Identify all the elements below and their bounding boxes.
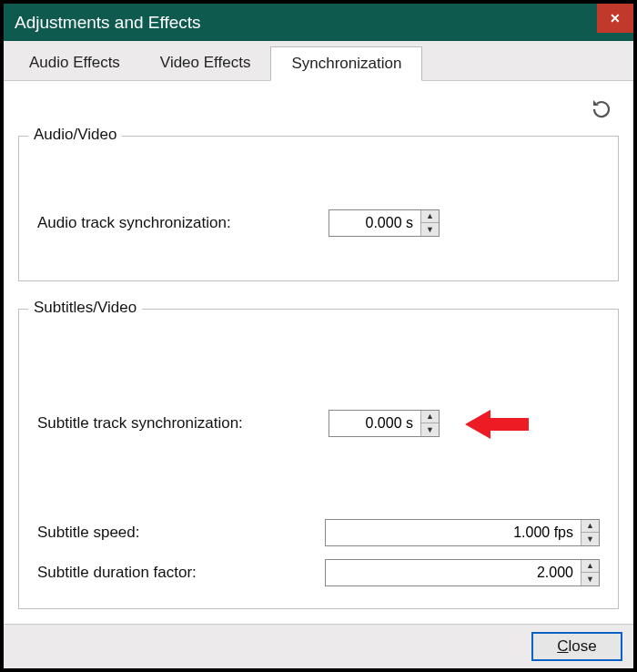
svg-marker-0 — [465, 410, 529, 439]
tab-strip: Audio Effects Video Effects Synchronizat… — [4, 41, 633, 80]
groupbox-subtitles-video: Subtitles/Video Subtitle track synchroni… — [18, 309, 619, 609]
label-subtitle-speed: Subtitle speed: — [37, 524, 325, 542]
groupbox-audio-video: Audio/Video Audio track synchronization:… — [18, 136, 619, 281]
spinner-subtitle-duration-factor[interactable]: ▲ ▼ — [325, 559, 600, 586]
spin-down-icon[interactable]: ▼ — [581, 533, 599, 545]
tab-synchronization[interactable]: Synchronization — [270, 46, 422, 81]
input-subtitle-track-sync[interactable] — [329, 411, 420, 436]
close-button[interactable]: Close — [531, 632, 622, 661]
annotation-arrow — [465, 406, 529, 443]
spin-up-icon[interactable]: ▲ — [421, 210, 439, 224]
spin-up-icon[interactable]: ▲ — [581, 520, 599, 534]
label-subtitle-track-sync: Subtitle track synchronization: — [37, 414, 329, 433]
tab-video-effects[interactable]: Video Effects — [140, 46, 271, 80]
label-subtitle-duration-factor: Subtitle duration factor: — [37, 564, 325, 582]
spinner-subtitle-track-sync[interactable]: ▲ ▼ — [329, 410, 440, 437]
input-subtitle-speed[interactable] — [326, 520, 581, 545]
window-close-button[interactable]: ✕ — [597, 4, 633, 33]
close-button-rest: lose — [569, 637, 597, 655]
tab-panel-synchronization: Audio/Video Audio track synchronization:… — [4, 81, 633, 624]
tab-audio-effects[interactable]: Audio Effects — [9, 46, 140, 80]
refresh-button[interactable] — [590, 97, 613, 121]
spin-up-icon[interactable]: ▲ — [581, 560, 599, 574]
close-icon: ✕ — [610, 11, 621, 25]
spinner-audio-track-sync[interactable]: ▲ ▼ — [329, 209, 440, 237]
spin-down-icon[interactable]: ▼ — [421, 423, 439, 436]
groupbox-audio-video-legend: Audio/Video — [28, 126, 122, 144]
close-button-accel: C — [557, 637, 568, 655]
title-bar[interactable]: Adjustments and Effects ✕ — [4, 4, 633, 41]
spin-down-icon[interactable]: ▼ — [581, 573, 599, 585]
groupbox-subtitles-video-legend: Subtitles/Video — [28, 299, 142, 317]
dialog-footer: Close — [4, 624, 633, 668]
label-audio-track-sync: Audio track synchronization: — [37, 214, 329, 232]
window-frame: Adjustments and Effects ✕ Audio Effects … — [0, 0, 637, 672]
refresh-icon — [591, 98, 612, 120]
input-subtitle-duration-factor[interactable] — [326, 560, 581, 585]
window-title: Adjustments and Effects — [15, 13, 201, 33]
spin-up-icon[interactable]: ▲ — [421, 411, 439, 424]
spin-down-icon[interactable]: ▼ — [421, 223, 439, 236]
input-audio-track-sync[interactable] — [329, 210, 420, 236]
spinner-subtitle-speed[interactable]: ▲ ▼ — [325, 519, 600, 546]
